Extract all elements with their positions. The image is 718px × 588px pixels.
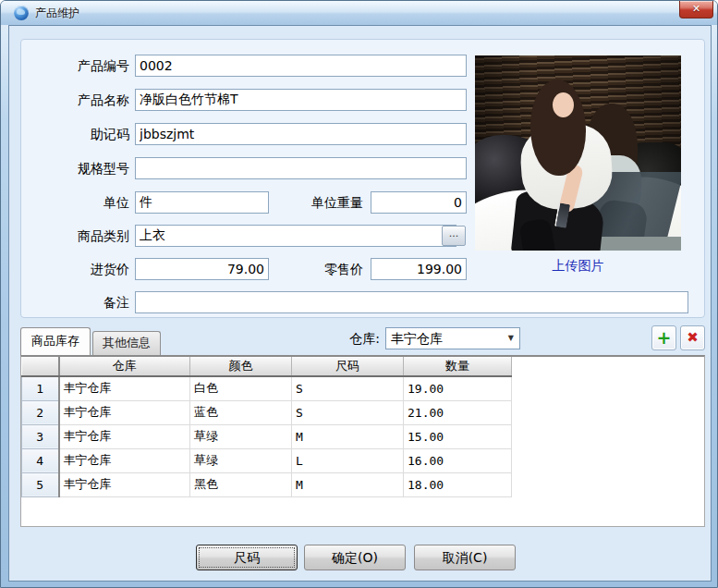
category-label: 商品类别 [30, 225, 129, 247]
product-maintenance-window: 产品维护 ✕ 产品编号 产品名称 助记码 规格型号 单位 单位重量 商品类别 .… [0, 0, 718, 588]
warehouse-cell[interactable]: 丰宁仓库 [59, 472, 190, 496]
quantity-cell[interactable]: 16.00 [404, 448, 512, 472]
spec-model-input[interactable] [135, 157, 467, 179]
color-cell[interactable]: 草绿 [190, 448, 292, 472]
warehouse-column-header[interactable]: 仓库 [59, 357, 190, 376]
warehouse-selected-value: 丰宁仓库 [391, 331, 443, 346]
product-code-input[interactable] [135, 55, 467, 77]
row-number-cell[interactable]: 3 [22, 424, 59, 448]
add-row-button[interactable]: + [651, 325, 676, 350]
color-cell[interactable]: 白色 [190, 376, 292, 400]
row-number-header [22, 357, 59, 376]
mnemonic-label: 助记码 [30, 123, 129, 145]
upload-image-link[interactable]: 上传图片 [475, 258, 681, 275]
product-form-panel: 产品编号 产品名称 助记码 规格型号 单位 单位重量 商品类别 ... 进货价 … [20, 39, 705, 318]
unit-label: 单位 [30, 191, 129, 214]
mnemonic-input[interactable] [135, 123, 467, 145]
warehouse-cell[interactable]: 丰宁仓库 [59, 376, 190, 400]
row-number-cell[interactable]: 4 [22, 448, 59, 472]
ok-button[interactable]: 确定(O) [304, 545, 406, 570]
quantity-column-header[interactable]: 数量 [404, 357, 512, 376]
spec-model-label: 规格型号 [30, 157, 129, 179]
retail-price-input[interactable] [371, 258, 467, 280]
unit-input[interactable] [135, 191, 269, 214]
category-browse-button[interactable]: ... [442, 226, 466, 246]
close-button[interactable]: ✕ [679, 1, 713, 18]
size-cell[interactable]: M [292, 472, 404, 496]
table-row[interactable]: 1 丰宁仓库 白色 S 19.00 [22, 376, 512, 400]
size-cell[interactable]: S [292, 400, 404, 424]
table-row[interactable]: 5 丰宁仓库 黑色 M 18.00 [22, 472, 512, 496]
tab-other-info[interactable]: 其他信息 [92, 331, 161, 355]
purchase-price-input[interactable] [135, 258, 269, 280]
size-cell[interactable]: M [292, 424, 404, 448]
warehouse-label: 仓库: [324, 327, 380, 349]
retail-price-label: 零售价 [262, 258, 363, 280]
table-row[interactable]: 3 丰宁仓库 草绿 M 15.00 [22, 424, 512, 448]
product-name-input[interactable] [135, 89, 467, 111]
quantity-cell[interactable]: 15.00 [404, 424, 512, 448]
stock-table-container: 仓库 颜色 尺码 数量 1 丰宁仓库 白色 S 19.00 [20, 355, 705, 527]
row-number-cell[interactable]: 2 [22, 400, 59, 424]
product-photo [475, 55, 681, 251]
color-column-header[interactable]: 颜色 [190, 357, 292, 376]
stock-table: 仓库 颜色 尺码 数量 1 丰宁仓库 白色 S 19.00 [21, 357, 512, 497]
color-cell[interactable]: 蓝色 [190, 400, 292, 424]
color-cell[interactable]: 草绿 [190, 424, 292, 448]
row-number-cell[interactable]: 1 [22, 376, 59, 400]
product-code-label: 产品编号 [30, 55, 129, 77]
titlebar: 产品维护 ✕ [1, 1, 717, 25]
warehouse-cell[interactable]: 丰宁仓库 [59, 424, 190, 448]
globe-icon [14, 6, 29, 20]
cancel-button[interactable]: 取消(C) [414, 545, 516, 570]
unit-weight-label: 单位重量 [262, 191, 363, 214]
window-title: 产品维护 [35, 6, 79, 21]
table-row[interactable]: 4 丰宁仓库 草绿 L 16.00 [22, 448, 512, 472]
size-cell[interactable]: S [292, 376, 404, 400]
table-header-row: 仓库 颜色 尺码 数量 [22, 357, 512, 376]
size-column-header[interactable]: 尺码 [292, 357, 404, 376]
product-name-label: 产品名称 [30, 89, 129, 111]
unit-weight-input[interactable] [371, 191, 467, 214]
remark-label: 备注 [30, 291, 129, 313]
warehouse-cell[interactable]: 丰宁仓库 [59, 400, 190, 424]
quantity-cell[interactable]: 18.00 [404, 472, 512, 496]
warehouse-dropdown[interactable]: 丰宁仓库 ▼ [385, 327, 520, 349]
quantity-cell[interactable]: 21.00 [404, 400, 512, 424]
warehouse-cell[interactable]: 丰宁仓库 [59, 448, 190, 472]
chevron-down-icon: ▼ [508, 328, 514, 349]
size-cell[interactable]: L [292, 448, 404, 472]
color-cell[interactable]: 黑色 [190, 472, 292, 496]
size-button[interactable]: 尺码 [196, 545, 298, 570]
remark-input[interactable] [135, 291, 688, 313]
photo-face-shape [553, 92, 574, 117]
row-number-cell[interactable]: 5 [22, 472, 59, 496]
delete-row-button[interactable]: ✖ [680, 325, 705, 350]
category-input[interactable] [135, 225, 456, 247]
tab-product-stock[interactable]: 商品库存 [20, 327, 91, 355]
purchase-price-label: 进货价 [30, 258, 129, 280]
dialog-client-area: 产品编号 产品名称 助记码 规格型号 单位 单位重量 商品类别 ... 进货价 … [8, 25, 712, 582]
table-row[interactable]: 2 丰宁仓库 蓝色 S 21.00 [22, 400, 512, 424]
quantity-cell[interactable]: 19.00 [404, 376, 512, 400]
